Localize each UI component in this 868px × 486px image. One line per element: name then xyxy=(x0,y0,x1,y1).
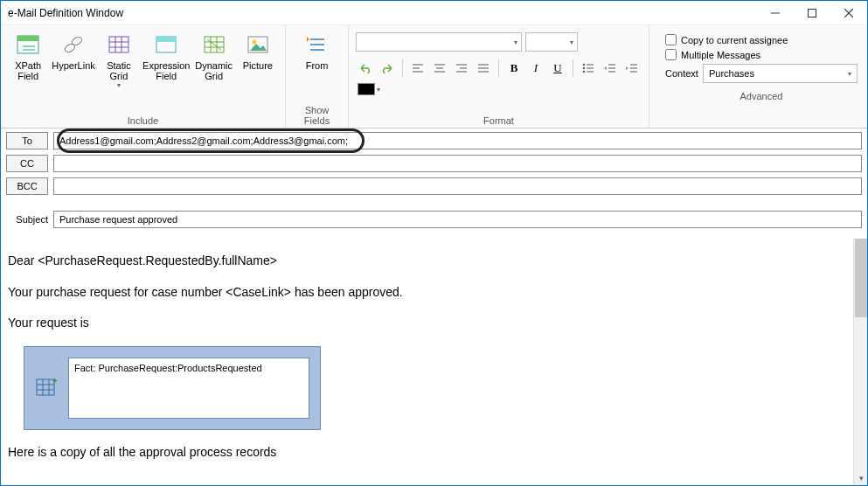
chevron-down-icon: ▾ xyxy=(514,38,517,46)
svg-text:+: + xyxy=(52,377,58,385)
align-right-button[interactable] xyxy=(452,59,471,78)
ribbon: XPath Field HyperLink Static Grid ▾ Exp xyxy=(1,25,867,128)
font-size-combo[interactable]: ▾ xyxy=(525,32,578,52)
svg-rect-51 xyxy=(37,379,54,395)
bullet-list-button[interactable] xyxy=(579,59,598,78)
expression-icon xyxy=(152,31,180,59)
svg-rect-5 xyxy=(17,36,38,41)
minimize-button[interactable] xyxy=(757,1,794,25)
fact-box: Fact: PurchaseRequest:ProductsRequested xyxy=(68,358,309,419)
picture-icon xyxy=(244,31,272,59)
dynamic-grid-label: Dynamic Grid xyxy=(195,60,233,81)
align-justify-button[interactable] xyxy=(474,59,493,78)
email-body[interactable]: Dear <PurchaseRequest.RequestedBy.fullNa… xyxy=(1,239,853,485)
outdent-button[interactable] xyxy=(601,59,620,78)
context-label: Context xyxy=(665,68,698,79)
svg-rect-10 xyxy=(109,37,128,52)
multiple-messages-checkbox[interactable]: Multiple Messages xyxy=(665,49,858,60)
body-line-approved: Your purchase request for case number <C… xyxy=(8,284,846,302)
grid-plus-icon: + xyxy=(35,376,59,400)
copy-assignee-label: Copy to current assignee xyxy=(681,35,788,45)
format-group-label: Format xyxy=(356,113,642,126)
scroll-down-icon[interactable]: ▾ xyxy=(855,471,867,485)
svg-point-8 xyxy=(64,43,76,54)
chevron-down-icon: ▾ xyxy=(117,83,121,88)
picture-button[interactable]: Picture xyxy=(238,29,278,73)
from-icon xyxy=(303,31,331,59)
svg-point-39 xyxy=(583,64,585,66)
bcc-field[interactable] xyxy=(53,177,862,195)
picture-label: Picture xyxy=(243,60,273,71)
static-grid-button[interactable]: Static Grid ▾ xyxy=(99,29,139,90)
to-field[interactable]: Address1@gmail.com;Address2@gmail.com;Ad… xyxy=(53,132,862,149)
hyperlink-button[interactable]: HyperLink xyxy=(52,29,95,73)
xpath-label: XPath Field xyxy=(15,60,41,81)
chevron-down-icon: ▾ xyxy=(570,38,573,46)
italic-button[interactable]: I xyxy=(526,59,545,78)
vertical-scrollbar[interactable]: ▾ xyxy=(853,239,867,485)
titlebar: e-Mail Definition Window xyxy=(1,1,867,25)
bold-button[interactable]: B xyxy=(504,59,524,78)
window-title: e-Mail Definition Window xyxy=(8,7,757,19)
body-line-request: Your request is xyxy=(8,315,846,332)
multiple-messages-label: Multiple Messages xyxy=(681,50,760,60)
svg-point-9 xyxy=(71,36,83,47)
context-value: Purchases xyxy=(709,68,754,79)
include-group-label: Include xyxy=(8,113,278,126)
link-icon xyxy=(59,31,87,59)
cc-button[interactable]: CC xyxy=(6,155,48,172)
svg-rect-1 xyxy=(809,9,816,17)
xpath-field-button[interactable]: XPath Field xyxy=(8,29,48,83)
font-color-button[interactable]: ▾ xyxy=(356,81,382,97)
undo-button[interactable] xyxy=(356,59,375,78)
bcc-button[interactable]: BCC xyxy=(6,177,48,195)
address-area: To Address1@gmail.com;Address2@gmail.com… xyxy=(1,128,867,239)
copy-assignee-checkbox[interactable]: Copy to current assignee xyxy=(665,34,858,45)
scroll-thumb[interactable] xyxy=(855,239,867,317)
chevron-down-icon: ▾ xyxy=(848,70,851,78)
dynamic-grid-button[interactable]: Dynamic Grid xyxy=(193,29,233,83)
underline-button[interactable]: U xyxy=(548,59,567,78)
svg-point-40 xyxy=(583,67,585,69)
from-label: From xyxy=(306,60,329,71)
subject-field[interactable]: Purchase request approved xyxy=(53,211,862,228)
chevron-down-icon: ▾ xyxy=(377,86,380,94)
expression-field-button[interactable]: Expression Field xyxy=(142,29,190,83)
align-left-button[interactable] xyxy=(408,59,427,78)
body-greeting: Dear <PurchaseRequest.RequestedBy.fullNa… xyxy=(8,253,846,270)
fact-block[interactable]: + Fact: PurchaseRequest:ProductsRequeste… xyxy=(24,346,321,430)
body-line-copy: Here is a copy of all the approval proce… xyxy=(8,444,846,462)
to-button[interactable]: To xyxy=(6,132,48,149)
showfields-group-label: Show Fields xyxy=(293,102,341,126)
static-grid-label: Static Grid xyxy=(107,60,131,81)
expression-label: Expression Field xyxy=(142,60,190,81)
align-center-button[interactable] xyxy=(430,59,449,78)
font-combo[interactable]: ▾ xyxy=(356,32,522,52)
context-combo[interactable]: Purchases ▾ xyxy=(703,64,858,83)
cc-field[interactable] xyxy=(53,155,862,172)
hyperlink-label: HyperLink xyxy=(52,60,95,71)
advanced-group-label: Advanced xyxy=(656,88,866,101)
svg-rect-16 xyxy=(156,37,176,42)
from-button[interactable]: From xyxy=(293,29,341,73)
color-swatch xyxy=(358,83,375,95)
redo-button[interactable] xyxy=(378,59,397,78)
svg-point-41 xyxy=(583,71,585,73)
svg-point-23 xyxy=(252,40,256,45)
close-button[interactable] xyxy=(830,1,867,25)
subject-label: Subject xyxy=(6,214,53,225)
static-grid-icon xyxy=(105,31,133,59)
indent-button[interactable] xyxy=(622,59,642,78)
xpath-icon xyxy=(14,31,42,59)
dynamic-grid-icon xyxy=(200,31,228,59)
maximize-button[interactable] xyxy=(794,1,830,25)
